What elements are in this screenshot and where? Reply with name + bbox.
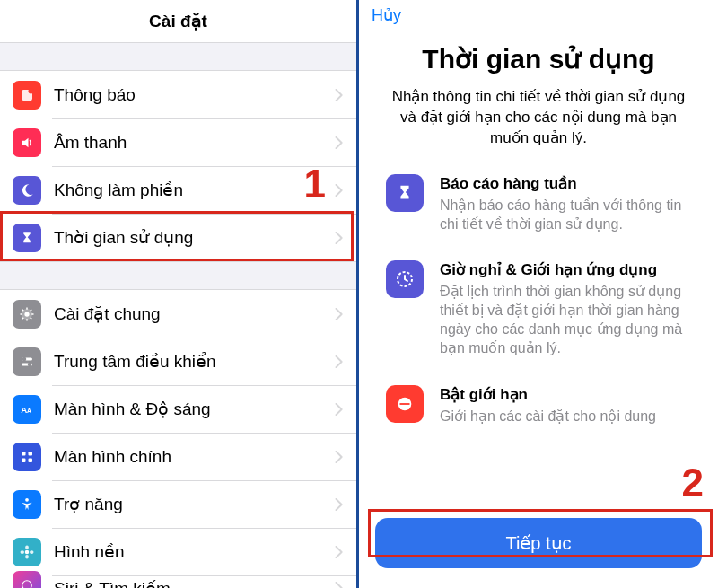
group-spacer bbox=[0, 43, 356, 70]
svg-point-14 bbox=[25, 497, 29, 501]
row-label: Thời gian sử dụng bbox=[54, 227, 335, 248]
continue-button[interactable]: Tiếp tục bbox=[375, 518, 702, 568]
restrictions-icon bbox=[386, 385, 424, 423]
hourglass-icon bbox=[13, 224, 41, 252]
chevron-right-icon bbox=[335, 232, 344, 244]
svg-point-16 bbox=[25, 545, 29, 549]
screen-time-intro-pane: Hủy Thời gian sử dụng Nhận thông tin chi… bbox=[359, 0, 718, 588]
grid-icon bbox=[13, 443, 41, 471]
row-display[interactable]: AA Màn hình & Độ sáng bbox=[0, 385, 356, 433]
chevron-right-icon bbox=[335, 403, 344, 416]
accessibility-icon bbox=[13, 490, 41, 519]
row-notifications[interactable]: Thông báo bbox=[0, 71, 356, 118]
chevron-right-icon bbox=[335, 308, 344, 320]
modal-header: Hủy bbox=[359, 0, 718, 34]
gear-icon bbox=[13, 300, 41, 329]
clock-limit-icon bbox=[386, 260, 424, 298]
svg-point-3 bbox=[24, 312, 29, 316]
row-label: Siri & Tìm kiếm bbox=[54, 578, 335, 589]
continue-wrap: Tiếp tục bbox=[359, 518, 718, 568]
svg-rect-23 bbox=[400, 403, 410, 405]
settings-title: Cài đặt bbox=[149, 11, 207, 31]
feature-desc: Giới hạn các cài đặt cho nội dung bbox=[440, 408, 691, 426]
chevron-right-icon bbox=[335, 582, 344, 588]
intro-subtitle: Nhận thông tin chi tiết về thời gian sử … bbox=[359, 87, 718, 174]
row-label: Màn hình chính bbox=[54, 447, 335, 467]
svg-rect-13 bbox=[29, 458, 33, 462]
feature-heading: Giờ nghỉ & Giới hạn ứng dụng bbox=[440, 260, 691, 279]
row-accessibility[interactable]: Trợ năng bbox=[0, 480, 356, 528]
chevron-right-icon bbox=[335, 498, 344, 511]
group-spacer bbox=[0, 262, 356, 289]
toggles-icon bbox=[13, 347, 41, 376]
settings-group-1: Thông báo Âm thanh Không làm phiền Thời … bbox=[0, 70, 356, 262]
svg-text:A: A bbox=[27, 407, 31, 413]
chevron-right-icon bbox=[335, 355, 344, 368]
siri-icon bbox=[13, 571, 41, 588]
row-label: Thông báo bbox=[54, 85, 335, 105]
feature-weekly-report: Báo cáo hàng tuần Nhận báo cáo hàng tuần… bbox=[359, 174, 718, 261]
flower-icon bbox=[13, 538, 41, 566]
settings-group-2: Cài đặt chung Trung tâm điều khiển AA Mà… bbox=[0, 289, 356, 588]
row-label: Màn hình & Độ sáng bbox=[54, 399, 335, 419]
row-label: Không làm phiền bbox=[54, 180, 335, 200]
svg-point-19 bbox=[30, 550, 34, 554]
svg-rect-10 bbox=[22, 452, 26, 456]
row-label: Âm thanh bbox=[54, 133, 335, 153]
chevron-right-icon bbox=[335, 184, 344, 197]
feature-restrictions: Bật giới hạn Giới hạn các cài đặt cho nộ… bbox=[359, 385, 718, 426]
cancel-button[interactable]: Hủy bbox=[372, 6, 401, 24]
chevron-right-icon bbox=[335, 136, 344, 149]
moon-icon bbox=[13, 176, 41, 205]
svg-point-20 bbox=[22, 581, 32, 588]
row-sounds[interactable]: Âm thanh bbox=[0, 118, 356, 166]
svg-point-17 bbox=[25, 555, 29, 559]
row-home-screen[interactable]: Màn hình chính bbox=[0, 433, 356, 480]
text-size-icon: AA bbox=[13, 395, 41, 424]
feature-heading: Bật giới hạn bbox=[440, 385, 691, 404]
row-label: Trợ năng bbox=[54, 494, 335, 514]
svg-point-6 bbox=[22, 356, 27, 361]
settings-header: Cài đặt bbox=[0, 0, 356, 43]
chevron-right-icon bbox=[335, 546, 344, 558]
svg-rect-12 bbox=[22, 458, 26, 462]
chevron-right-icon bbox=[335, 451, 344, 463]
row-general[interactable]: Cài đặt chung bbox=[0, 290, 356, 338]
svg-point-18 bbox=[21, 550, 25, 554]
settings-pane: Cài đặt Thông báo Âm thanh Không làm phi… bbox=[0, 0, 359, 588]
row-siri[interactable]: Siri & Tìm kiếm bbox=[0, 575, 356, 588]
feature-desc: Nhận báo cáo hàng tuần với thông tin chi… bbox=[440, 197, 691, 234]
step-2-badge: 2 bbox=[682, 461, 704, 505]
svg-point-15 bbox=[25, 549, 30, 554]
svg-rect-11 bbox=[29, 452, 33, 456]
hourglass-icon bbox=[386, 174, 424, 212]
intro-title: Thời gian sử dụng bbox=[359, 34, 718, 87]
feature-desc: Đặt lịch trình thời gian không sử dụng t… bbox=[440, 283, 691, 357]
feature-heading: Báo cáo hàng tuần bbox=[440, 174, 691, 193]
row-label: Hình nền bbox=[54, 541, 335, 562]
feature-downtime: Giờ nghỉ & Giới hạn ứng dụng Đặt lịch tr… bbox=[359, 260, 718, 384]
row-label: Cài đặt chung bbox=[54, 303, 335, 324]
row-wallpaper[interactable]: Hình nền bbox=[0, 528, 356, 575]
notifications-icon bbox=[13, 81, 41, 110]
row-control-center[interactable]: Trung tâm điều khiển bbox=[0, 338, 356, 385]
row-label: Trung tâm điều khiển bbox=[54, 351, 335, 372]
chevron-right-icon bbox=[335, 89, 344, 101]
svg-point-7 bbox=[28, 362, 32, 366]
row-screen-time[interactable]: Thời gian sử dụng bbox=[0, 214, 356, 261]
svg-point-1 bbox=[29, 88, 34, 93]
row-dnd[interactable]: Không làm phiền bbox=[0, 166, 356, 214]
svg-text:A: A bbox=[21, 404, 27, 414]
sound-icon bbox=[13, 128, 41, 157]
